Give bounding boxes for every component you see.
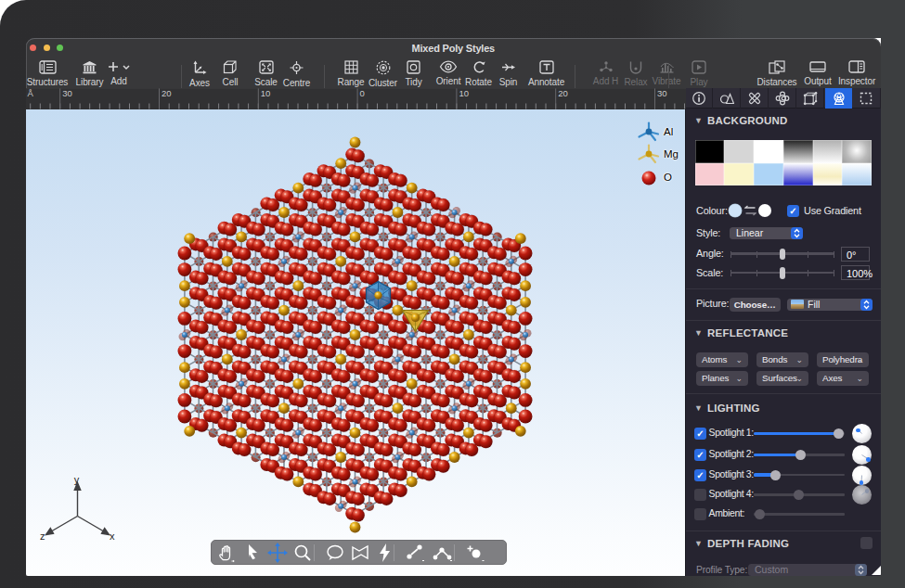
svg-text:20: 20 xyxy=(558,88,568,98)
svg-text:0: 0 xyxy=(359,88,364,98)
svg-text:x: x xyxy=(110,530,115,541)
svg-text:30: 30 xyxy=(657,88,667,98)
svg-text:y: y xyxy=(73,476,79,485)
svg-text:Å: Å xyxy=(27,88,33,98)
svg-text:z: z xyxy=(40,530,45,541)
svg-text:20: 20 xyxy=(162,88,172,98)
svg-text:10: 10 xyxy=(459,88,469,98)
svg-text:30: 30 xyxy=(62,88,72,98)
svg-text:10: 10 xyxy=(260,88,270,98)
